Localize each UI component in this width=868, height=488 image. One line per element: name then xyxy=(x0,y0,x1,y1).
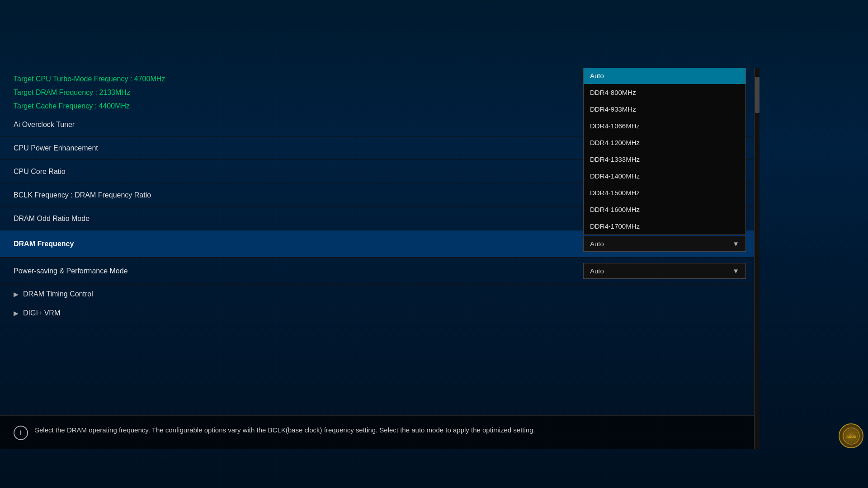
dropdown-option-ddr4-800[interactable]: DDR4-800MHz xyxy=(584,84,745,101)
main-container: 06/19/2018 Tuesday 17:28 ⚙ | UEFI BIOS U… xyxy=(0,0,868,488)
dropdown-option-ddr4-1700[interactable]: DDR4-1700MHz xyxy=(584,218,745,235)
svg-text:ASUS: ASUS xyxy=(846,435,856,439)
option-label-ddr4-1200: DDR4-1200MHz xyxy=(590,139,640,146)
dropdown-option-ddr4-1400[interactable]: DDR4-1400MHz xyxy=(584,168,745,184)
option-label-ddr4-1400: DDR4-1400MHz xyxy=(590,172,640,180)
option-label-ddr4-1600: DDR4-1600MHz xyxy=(590,206,640,213)
dropdown-option-ddr4-1600[interactable]: DDR4-1600MHz xyxy=(584,201,745,218)
dropdown-option-ddr4-1333[interactable]: DDR4-1333MHz xyxy=(584,151,745,168)
dropdown-option-ddr4-1066[interactable]: DDR4-1066MHz xyxy=(584,117,745,134)
dropdown-option-auto[interactable]: Auto xyxy=(584,68,745,84)
option-label-ddr4-1500: DDR4-1500MHz xyxy=(590,189,640,197)
option-label-ddr4-933: DDR4-933MHz xyxy=(590,105,636,113)
dropdown-option-ddr4-933[interactable]: DDR4-933MHz xyxy=(584,101,745,117)
dropdown-option-ddr4-1200[interactable]: DDR4-1200MHz xyxy=(584,134,745,151)
option-label-ddr4-800: DDR4-800MHz xyxy=(590,89,636,96)
option-label-ddr4-1700: DDR4-1700MHz xyxy=(590,222,640,230)
dropdown-option-ddr4-1500[interactable]: DDR4-1500MHz xyxy=(584,184,745,201)
dram-frequency-dropdown-menu[interactable]: Auto DDR4-800MHz DDR4-933MHz DDR4-1066MH… xyxy=(583,68,746,235)
corner-logo: ASUS xyxy=(839,423,863,448)
option-label-auto: Auto xyxy=(590,72,604,80)
option-label-ddr4-1333: DDR4-1333MHz xyxy=(590,155,640,163)
option-label-ddr4-1066: DDR4-1066MHz xyxy=(590,122,640,130)
